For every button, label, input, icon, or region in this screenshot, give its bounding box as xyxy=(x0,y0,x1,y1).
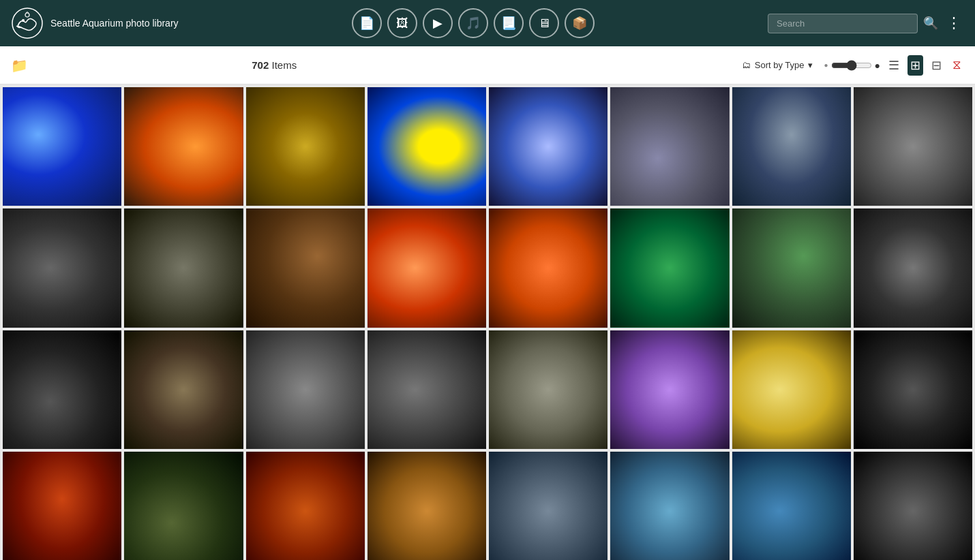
photo-image xyxy=(610,452,729,560)
search-button[interactable]: 🔍 xyxy=(923,16,938,31)
items-text: Items xyxy=(271,59,297,71)
photo-item[interactable] xyxy=(3,208,121,327)
small-size-icon: ● xyxy=(824,61,828,69)
image-type-btn[interactable]: 🖼 xyxy=(387,8,417,38)
photo-item[interactable] xyxy=(3,87,121,206)
photo-image xyxy=(3,208,121,327)
photo-image xyxy=(854,87,972,206)
photo-item[interactable] xyxy=(124,330,243,449)
items-count-area: 702 Items xyxy=(252,59,297,71)
photo-image xyxy=(732,452,851,560)
image-icon: 🖼 xyxy=(396,16,408,31)
document-type-btn[interactable]: 📄 xyxy=(352,8,382,38)
photo-image xyxy=(732,87,851,206)
photo-item[interactable] xyxy=(854,87,972,206)
search-icon: 🔍 xyxy=(923,16,938,30)
compact-view-icon: ⊟ xyxy=(931,59,942,72)
audio-type-btn[interactable]: 🎵 xyxy=(458,8,488,38)
photo-item[interactable] xyxy=(732,330,851,449)
photo-item[interactable] xyxy=(124,208,243,327)
photo-item[interactable] xyxy=(489,330,608,449)
photo-image xyxy=(124,452,243,560)
photo-image xyxy=(124,208,243,327)
photo-item[interactable] xyxy=(246,452,365,560)
filter-icon: ⧖ xyxy=(952,58,961,72)
screen-type-btn[interactable]: 🖥 xyxy=(529,8,559,38)
photo-image xyxy=(610,87,729,206)
photo-image xyxy=(246,330,365,449)
toolbar-right: 🗂 Sort by Type ▾ ● ● ☰ ⊞ ⊟ ⧖ xyxy=(736,55,964,76)
photo-image xyxy=(3,87,121,206)
photo-item[interactable] xyxy=(489,87,608,206)
photo-item[interactable] xyxy=(854,330,972,449)
audio-icon: 🎵 xyxy=(466,16,481,31)
app-logo xyxy=(11,7,44,40)
more-icon: ⋮ xyxy=(946,14,961,31)
photo-image xyxy=(124,330,243,449)
photo-item[interactable] xyxy=(368,208,486,327)
photo-item[interactable] xyxy=(732,87,851,206)
photo-image xyxy=(368,208,486,327)
sort-button[interactable]: 🗂 Sort by Type ▾ xyxy=(736,57,819,73)
app-header: Seattle Aquarium photo library 📄 🖼 ▶ 🎵 📃… xyxy=(0,0,975,46)
search-area: 🔍 ⋮ xyxy=(768,14,964,33)
photo-image xyxy=(854,330,972,449)
photo-image xyxy=(3,330,121,449)
photo-item[interactable] xyxy=(610,452,729,560)
photo-item[interactable] xyxy=(610,87,729,206)
photo-item[interactable] xyxy=(246,330,365,449)
large-size-icon: ● xyxy=(875,60,880,71)
folder-button[interactable]: 📁 xyxy=(11,57,28,74)
filter-button[interactable]: ⧖ xyxy=(950,55,964,75)
photo-item[interactable] xyxy=(124,452,243,560)
photo-item[interactable] xyxy=(368,330,486,449)
photo-item[interactable] xyxy=(489,208,608,327)
header-icon-group: 📄 🖼 ▶ 🎵 📃 🖥 📦 xyxy=(190,8,757,38)
photo-item[interactable] xyxy=(854,452,972,560)
photo-image xyxy=(368,452,486,560)
grid-size-slider[interactable] xyxy=(831,60,872,71)
list-view-icon: ☰ xyxy=(888,59,899,72)
photo-image xyxy=(246,452,365,560)
photo-item[interactable] xyxy=(732,452,851,560)
document-icon: 📄 xyxy=(359,16,374,31)
photo-item[interactable] xyxy=(610,208,729,327)
photo-item[interactable] xyxy=(368,87,486,206)
compact-view-button[interactable]: ⊟ xyxy=(929,55,944,76)
video-icon: ▶ xyxy=(433,16,442,31)
text-type-btn[interactable]: 📃 xyxy=(494,8,524,38)
photo-item[interactable] xyxy=(3,452,121,560)
list-view-button[interactable]: ☰ xyxy=(886,55,902,76)
photo-image xyxy=(246,87,365,206)
photo-item[interactable] xyxy=(489,452,608,560)
photo-image xyxy=(610,208,729,327)
grid-view-button[interactable]: ⊞ xyxy=(907,55,923,76)
photo-image xyxy=(854,452,972,560)
photo-item[interactable] xyxy=(3,330,121,449)
app-title: Seattle Aquarium photo library xyxy=(50,18,179,29)
photo-item[interactable] xyxy=(368,452,486,560)
more-menu-button[interactable]: ⋮ xyxy=(944,14,964,32)
photo-item[interactable] xyxy=(246,87,365,206)
photo-item[interactable] xyxy=(854,208,972,327)
photo-image xyxy=(489,330,608,449)
toolbar: 📁 702 Items 🗂 Sort by Type ▾ ● ● ☰ ⊞ ⊟ ⧖ xyxy=(0,46,975,84)
size-slider: ● ● xyxy=(824,60,880,71)
photo-item[interactable] xyxy=(124,87,243,206)
text-icon: 📃 xyxy=(501,16,516,31)
photo-item[interactable] xyxy=(610,330,729,449)
photo-item[interactable] xyxy=(246,208,365,327)
photo-item[interactable] xyxy=(732,208,851,327)
photo-image xyxy=(124,87,243,206)
search-input[interactable] xyxy=(768,14,918,33)
item-count-number: 702 xyxy=(252,59,269,71)
folder-icon: 📁 xyxy=(11,58,28,73)
photo-image xyxy=(732,208,851,327)
photo-image xyxy=(489,208,608,327)
video-type-btn[interactable]: ▶ xyxy=(423,8,453,38)
svg-point-1 xyxy=(22,19,25,22)
photo-image xyxy=(732,330,851,449)
grid-view-icon: ⊞ xyxy=(910,59,920,72)
archive-type-btn[interactable]: 📦 xyxy=(565,8,595,38)
photo-grid xyxy=(0,84,975,560)
